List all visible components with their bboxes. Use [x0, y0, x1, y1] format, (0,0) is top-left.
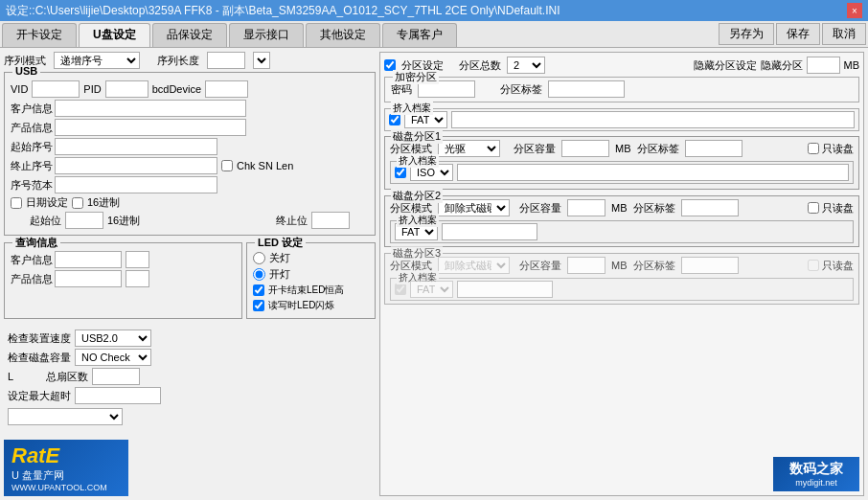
disk-capacity-select[interactable]: NO Check: [75, 349, 151, 366]
start-sn-input[interactable]: 001107211401288700: [55, 138, 217, 155]
d2-mode-row: 分区模式 卸除式磁碟 分区容量 0 MB 分区标签 只读盘: [390, 199, 854, 216]
total-blocks-input[interactable]: 0: [92, 368, 140, 385]
start-pos-input[interactable]: [65, 212, 103, 229]
tab-actions: 另存为 保存 取消: [719, 23, 866, 47]
save-as-button[interactable]: 另存为: [719, 23, 774, 45]
d3-readonly-checkbox[interactable]: [808, 260, 819, 271]
hidden-partition-area: 隐藏分区设定 隐藏分区 32 MB: [694, 57, 860, 74]
tab-quality[interactable]: 品保设定: [152, 23, 227, 47]
speed-select[interactable]: USB2.0: [75, 330, 151, 347]
embed-checkbox[interactable]: [389, 114, 400, 125]
start-sn-label: 起始序号: [11, 140, 51, 154]
tab-display[interactable]: 显示接口: [229, 23, 304, 47]
d1-embed-checkbox[interactable]: [395, 167, 406, 178]
customer-input[interactable]: SMI: [55, 100, 246, 117]
disk3-group: 磁盘分区3 分区模式 卸除式磁碟 分区容量 200 MB 分区标签 Lun2 只…: [384, 253, 859, 305]
query-group: 查询信息 客户信息 宝捷通讯 8 产品信息 系统维护专用 16: [4, 242, 242, 319]
d3-fat-select[interactable]: FAT: [410, 281, 453, 298]
close-button[interactable]: ×: [847, 3, 862, 18]
watermark-area: RatE U 盘量产网 WWW.UPANTOOL.COM: [4, 440, 376, 496]
d3-file-input[interactable]: [457, 281, 553, 298]
tab-other[interactable]: 其他设定: [306, 23, 380, 47]
d2-tag-label: 分区标签: [633, 201, 675, 216]
title-text: 设定::C:\Users\lijie\Desktop\3259A FFK8 - …: [6, 3, 560, 19]
partition-tag-input[interactable]: SEC Disk: [548, 80, 625, 98]
sn-sample-input[interactable]: 001107211401288700: [55, 176, 217, 193]
cancel-button[interactable]: 取消: [822, 23, 866, 45]
bcd-label: bcdDevice: [152, 83, 201, 95]
max-time-label: 设定最大超时: [8, 389, 71, 403]
total-partitions-select[interactable]: 2: [507, 57, 545, 74]
customer-label: 客户信息: [11, 102, 51, 116]
start-pos-label: 起始位: [30, 214, 61, 228]
tab-udisk[interactable]: U盘设定: [79, 23, 150, 47]
right-panel: 分区设定 分区总数 2 隐藏分区设定 隐藏分区 32 MB 加密分区 密码 11…: [379, 52, 864, 496]
d2-readonly-checkbox[interactable]: [808, 202, 819, 214]
q-customer-row: 客户信息 宝捷通讯 8: [11, 251, 236, 268]
d3-tag-input[interactable]: Lun2: [681, 257, 739, 274]
hex16-checkbox[interactable]: [72, 197, 83, 209]
tab-open-card[interactable]: 开卡设定: [2, 23, 77, 47]
max-time-input[interactable]: 999999999: [75, 387, 161, 404]
d1-readonly-area: 只读盘: [808, 142, 854, 156]
q-customer-input[interactable]: 宝捷通讯: [55, 251, 122, 268]
hidden-mb: MB: [844, 59, 860, 71]
led-off-radio[interactable]: [253, 252, 265, 264]
q-customer-label: 客户信息: [11, 253, 51, 267]
d2-tag-input[interactable]: [681, 199, 739, 216]
d3-capacity-input[interactable]: 200: [567, 257, 605, 274]
d1-mode-select[interactable]: 光驱: [438, 140, 500, 157]
read-led-checkbox[interactable]: [253, 300, 264, 311]
d1-tag-input[interactable]: CD-ROM: [685, 140, 742, 157]
upan-line1: U 盘量产网: [11, 468, 121, 483]
q-product-num-input[interactable]: 16: [126, 270, 149, 287]
bottom-select[interactable]: [8, 408, 123, 425]
d2-capacity-input[interactable]: 0: [567, 199, 605, 216]
q-product-input[interactable]: 系统维护专用: [55, 270, 122, 287]
encrypt-row: 密码 1111 分区标签 SEC Disk: [391, 80, 853, 98]
vid-input[interactable]: 090C: [32, 80, 80, 98]
d2-file-input[interactable]: D:\2013社: [442, 223, 537, 240]
seq-len-select[interactable]: [253, 52, 270, 69]
d3-embed-checkbox[interactable]: [395, 284, 406, 295]
seq-len-input[interactable]: 20: [207, 52, 245, 69]
led-on-radio[interactable]: [253, 268, 265, 281]
end-sn-row: 终止序号 001107211401288700 Chk SN Len: [11, 157, 369, 174]
date-setting-checkbox[interactable]: [11, 197, 22, 209]
hidden-partition-input[interactable]: 32: [807, 57, 840, 74]
d2-embed-row: FAT D:\2013社: [395, 223, 849, 240]
max-time-row: 设定最大超时 999999999: [8, 387, 372, 404]
d2-embed-label: 挤入档案: [397, 214, 439, 227]
end-pos-input[interactable]: [311, 212, 350, 229]
d1-embed-label: 挤入档案: [397, 154, 439, 168]
bottom-select-row: [8, 406, 372, 425]
led-group: LED 设定 关灯 开灯 开卡结束LED恒高 读写时LED闪烁: [246, 242, 376, 319]
embed-file-input[interactable]: [451, 111, 855, 128]
card-end-led-checkbox[interactable]: [253, 284, 264, 296]
q-product-label: 产品信息: [11, 272, 51, 286]
upan-logo-area: RatE U 盘量产网 WWW.UPANTOOL.COM: [4, 440, 128, 496]
card-end-led-label: 开卡结束LED恒高: [268, 284, 344, 297]
d1-readonly-checkbox[interactable]: [808, 143, 819, 154]
partition-tag-label: 分区标签: [500, 82, 542, 97]
product-input[interactable]: CD+HDD+ZIP: [55, 119, 246, 136]
d2-mb: MB: [611, 202, 628, 214]
d1-capacity-input[interactable]: 11080: [561, 140, 609, 157]
bcd-input[interactable]: 1100: [205, 80, 248, 98]
pid-input[interactable]: 3259: [105, 80, 148, 98]
disk1-label: 磁盘分区1: [391, 129, 443, 144]
d2-mode-select[interactable]: 卸除式磁碟: [438, 199, 510, 216]
d1-file-input[interactable]: F:\cn_windows_10_multiple_editions_versi…: [457, 164, 849, 181]
pid-label: PID: [83, 83, 101, 95]
end-sn-input[interactable]: 001107211401288700: [55, 157, 217, 174]
tab-exclusive[interactable]: 专属客户: [382, 23, 457, 47]
d3-embed-group: 挤入档案 FAT: [390, 278, 854, 301]
d3-mode-select[interactable]: 卸除式磁碟: [438, 257, 510, 274]
embed-label: 挤入档案: [391, 102, 433, 115]
save-button[interactable]: 保存: [776, 23, 820, 45]
embed-group-top: 挤入档案 FAT: [384, 108, 859, 131]
hex16-label: 16进制: [87, 195, 120, 210]
seq-mode-select[interactable]: 递增序号: [54, 52, 140, 69]
chk-sn-len-checkbox[interactable]: [221, 160, 233, 171]
q-customer-num-input[interactable]: 8: [126, 251, 149, 268]
